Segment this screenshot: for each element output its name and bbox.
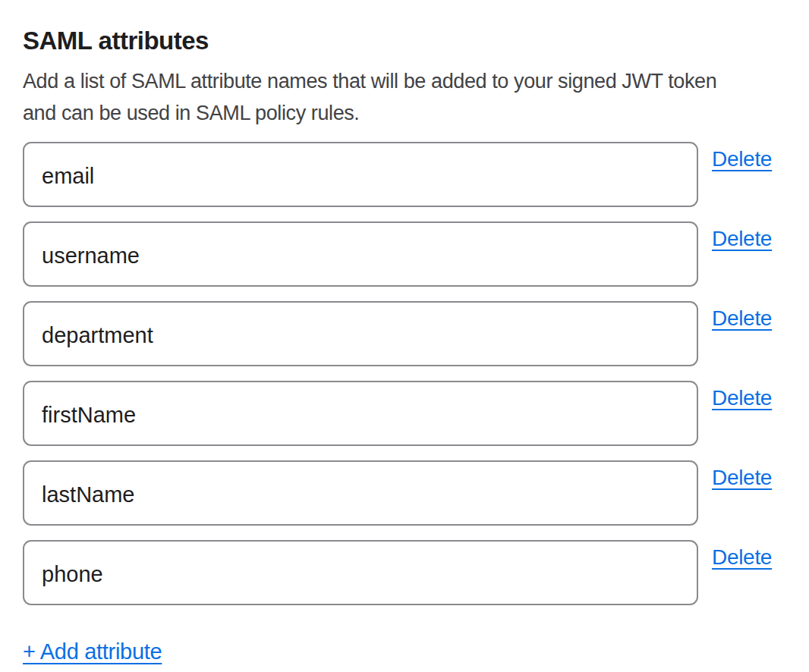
add-attribute-link[interactable]: + Add attribute: [23, 641, 162, 663]
attribute-row: Delete: [23, 540, 809, 605]
attribute-row: Delete: [23, 301, 809, 366]
delete-link[interactable]: Delete: [712, 308, 772, 329]
attribute-input[interactable]: [23, 460, 698, 526]
attribute-row: Delete: [23, 460, 809, 526]
saml-attributes-section: SAML attributes Add a list of SAML attri…: [0, 0, 809, 663]
attribute-input[interactable]: [23, 142, 698, 207]
description-line: Add a list of SAML attribute names that …: [23, 65, 809, 97]
attribute-row: Delete: [23, 142, 809, 207]
section-description: Add a list of SAML attribute names that …: [23, 65, 809, 129]
delete-link[interactable]: Delete: [712, 547, 772, 568]
delete-link[interactable]: Delete: [712, 467, 772, 488]
attribute-list: Delete Delete Delete Delete Delete Delet…: [23, 142, 809, 605]
attribute-input[interactable]: [23, 301, 698, 366]
delete-link[interactable]: Delete: [712, 149, 772, 170]
description-line: and can be used in SAML policy rules.: [23, 97, 809, 129]
delete-link[interactable]: Delete: [712, 388, 772, 409]
attribute-input[interactable]: [23, 540, 698, 605]
delete-link[interactable]: Delete: [712, 228, 772, 250]
attribute-row: Delete: [23, 381, 809, 446]
attribute-input[interactable]: [23, 221, 698, 287]
attribute-row: Delete: [23, 221, 809, 287]
attribute-input[interactable]: [23, 381, 698, 446]
page-title: SAML attributes: [23, 26, 809, 56]
